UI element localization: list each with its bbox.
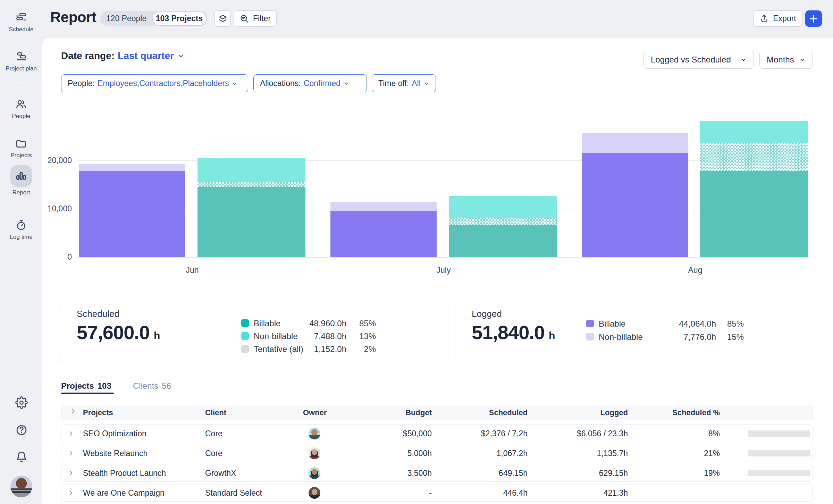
export-button[interactable]: Export: [753, 10, 802, 27]
compare-mode-value: Logged vs Scheduled: [651, 55, 731, 65]
logged-total-label: Logged: [472, 309, 502, 319]
chip-value: Confirmed: [304, 79, 340, 88]
legend-name: Non-billable: [599, 332, 643, 342]
scheduled-cell: $2,376 / 7.2h: [481, 429, 528, 438]
chart-bar-scheduled-non_billable-jun: [197, 158, 305, 182]
chip-label: Allocations:: [260, 79, 301, 88]
sidebar-item-project-plan[interactable]: Project plan: [0, 51, 42, 72]
scheduled-cell: 446.4h: [503, 488, 528, 498]
x-axis-baseline: [77, 257, 810, 258]
toggle-people[interactable]: 120 People: [100, 11, 153, 26]
scheduled-cell: 1,067.2h: [496, 449, 528, 458]
report-content-card: Date range: Last quarter Logged vs Sched…: [42, 38, 833, 504]
col-scheduled[interactable]: Scheduled: [489, 408, 528, 417]
sidebar-item-log-time[interactable]: Log time: [0, 219, 42, 241]
tab-projects[interactable]: Projects 103: [61, 381, 111, 391]
people-filter-chip[interactable]: People: Employees,Contractors,Placeholde…: [61, 74, 248, 92]
tab-projects-count: 103: [98, 381, 111, 391]
chevron-right-icon[interactable]: [68, 470, 75, 477]
chart-bar-logged-non_billable-july: [330, 202, 437, 211]
col-budget[interactable]: Budget: [405, 408, 432, 417]
chart-bar-logged-billable-aug: [582, 153, 688, 257]
sidebar-divider: [11, 85, 32, 85]
budget-cell: $50,000: [403, 429, 432, 438]
chart-bar-scheduled-non_billable-aug: [700, 121, 808, 143]
client-name: Core: [205, 429, 222, 438]
legend-scheduled-tentative: Tentative (all) 1,152.0h 2%: [59, 344, 813, 354]
y-tick-20000: 20,000: [30, 156, 72, 165]
chevron-right-icon[interactable]: [68, 430, 75, 437]
report-page: Schedule Project plan People Projects: [0, 0, 833, 504]
x-label-jun: Jun: [158, 266, 227, 275]
legend-pct: 15%: [717, 332, 744, 342]
chevron-right-icon[interactable]: [68, 450, 75, 457]
col-logged[interactable]: Logged: [600, 408, 628, 417]
chevron-down-icon: [740, 57, 747, 63]
chart-bar-scheduled-billable-july: [449, 225, 557, 257]
timeoff-filter-chip[interactable]: Time off: All: [372, 74, 436, 92]
tab-clients-count: 56: [162, 381, 171, 391]
date-range-dropdown[interactable]: Date range: Last quarter: [61, 50, 185, 61]
sidebar-item-report-active[interactable]: Report: [0, 165, 42, 196]
scheduled-progress-bar: [748, 470, 810, 476]
tab-clients[interactable]: Clients 56: [133, 381, 171, 391]
date-range-label: Date range:: [61, 50, 115, 61]
col-projects[interactable]: Projects: [83, 408, 113, 417]
compare-mode-dropdown[interactable]: Logged vs Scheduled: [643, 51, 754, 69]
table-row[interactable]: Stealth Product Launch GrowthX 3,500h 64…: [61, 464, 813, 482]
owner-avatar: [309, 467, 320, 479]
project-plan-icon: [15, 51, 27, 63]
chart-bar-scheduled-non_billable-july: [449, 196, 557, 218]
table-row[interactable]: We are One Campaign Standard Select - 44…: [61, 484, 813, 502]
sidebar-item-label: Report: [12, 189, 30, 196]
legend-pct: 85%: [717, 319, 744, 329]
chart-bar-scheduled-tentative-july: [449, 218, 557, 225]
toggle-projects[interactable]: 103 Projects: [153, 12, 206, 25]
tab-projects-label: Projects: [61, 381, 94, 391]
tab-clients-label: Clients: [133, 381, 158, 391]
logged-cell: 629.15h: [599, 469, 628, 478]
non-billable-swatch: [586, 333, 594, 341]
sidebar-item-label: Schedule: [9, 26, 34, 33]
sidebar-item-people[interactable]: People: [0, 99, 42, 120]
legend-hours: 1,152.0h: [270, 344, 346, 354]
col-client[interactable]: Client: [205, 408, 226, 417]
active-tab-underline: [61, 393, 114, 394]
settings-gear-icon[interactable]: [15, 396, 28, 409]
add-button[interactable]: [805, 10, 822, 27]
table-header: Projects Client Owner Budget Scheduled L…: [61, 405, 813, 420]
people-icon: [15, 99, 27, 110]
sidebar-divider: [11, 209, 32, 209]
legend-hours: 44,064.0h: [640, 319, 716, 329]
table-row[interactable]: Website Relaunch Core 5,000h 1,067.2h 1,…: [61, 444, 813, 462]
date-range-value: Last quarter: [118, 50, 174, 61]
notifications-bell-icon[interactable]: [15, 451, 28, 463]
granularity-dropdown[interactable]: Months: [759, 51, 813, 69]
filter-search-icon: [239, 14, 249, 24]
filter-button[interactable]: Filter: [234, 10, 277, 27]
help-icon[interactable]: [15, 424, 28, 436]
scheduled-progress-bar: [748, 430, 810, 437]
chevron-right-icon[interactable]: [68, 489, 75, 496]
export-icon: [759, 14, 769, 24]
col-owner[interactable]: Owner: [303, 408, 327, 417]
owner-avatar: [309, 447, 320, 459]
chart-bar-logged-billable-jun: [79, 171, 185, 257]
col-scheduled-pct[interactable]: Scheduled %: [672, 408, 720, 417]
chevron-down-icon: [232, 81, 237, 86]
chevron-down-icon: [799, 57, 806, 63]
stopwatch-icon: [15, 219, 27, 231]
tentative-swatch: [241, 345, 249, 353]
allocations-filter-chip[interactable]: Allocations: Confirmed: [253, 74, 367, 92]
scheduled-pct-cell: 19%: [704, 469, 720, 478]
sidebar-item-schedule[interactable]: Schedule: [0, 12, 42, 33]
chart-bar-scheduled-billable-aug: [700, 171, 808, 257]
summary-panel: Scheduled 57,600.0 h Billable 48,960.0h …: [59, 303, 812, 361]
legend-pct: 2%: [348, 344, 376, 354]
expand-all-chevron-icon[interactable]: [70, 408, 77, 415]
legend-hours: 7,776.0h: [640, 332, 716, 342]
layers-button[interactable]: [214, 10, 231, 27]
profile-avatar[interactable]: [10, 476, 32, 497]
scheduled-cell: 649.15h: [499, 469, 528, 478]
table-row[interactable]: SEO Optimization Core $50,000 $2,376 / 7…: [61, 424, 813, 442]
